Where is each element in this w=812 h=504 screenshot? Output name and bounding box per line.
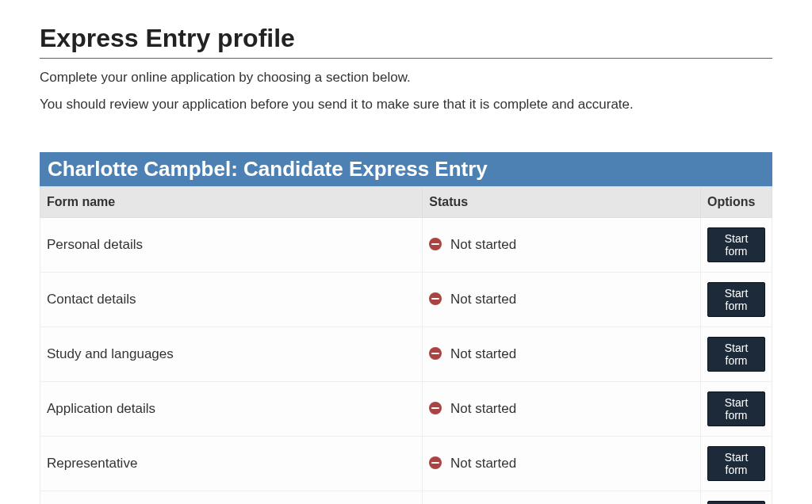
status-text: Not started [450, 237, 516, 252]
candidate-section: Charlotte Campbel: Candidate Express Ent… [40, 152, 772, 504]
table-row: Work history Not started Start form [40, 491, 772, 505]
table-row: Study and languages Not started Start fo… [40, 327, 772, 382]
col-options: Options [701, 187, 772, 218]
table-row: Application details Not started Start fo… [40, 382, 772, 437]
not-started-icon [429, 238, 442, 250]
form-name-cell: Work history [40, 491, 423, 505]
section-header: Charlotte Campbel: Candidate Express Ent… [40, 152, 772, 186]
not-started-icon [429, 347, 442, 360]
status-cell: Not started [423, 218, 701, 273]
status-text: Not started [450, 346, 516, 361]
table-row: Representative Not started Start form [40, 437, 772, 491]
page-title: Express Entry profile [40, 24, 772, 59]
status-cell: Not started [423, 382, 701, 437]
status-text: Not started [450, 401, 516, 416]
start-form-button[interactable]: Start form [707, 446, 765, 481]
start-form-button[interactable]: Start form [707, 391, 765, 426]
status-cell: Not started [423, 273, 701, 327]
form-name-cell: Study and languages [40, 327, 423, 382]
table-row: Contact details Not started Start form [40, 273, 772, 327]
start-form-button[interactable]: Start form [707, 282, 765, 317]
start-form-button[interactable]: Start form [707, 337, 765, 372]
table-row: Personal details Not started Start form [40, 218, 772, 273]
form-name-cell: Representative [40, 437, 423, 491]
not-started-icon [429, 292, 442, 305]
status-cell: Not started [423, 437, 701, 491]
status-text: Not started [450, 456, 516, 471]
col-status: Status [423, 187, 701, 218]
not-started-icon [429, 456, 442, 469]
start-form-button[interactable]: Start form [707, 227, 765, 262]
intro-line-1: Complete your online application by choo… [40, 70, 772, 86]
not-started-icon [429, 402, 442, 414]
start-form-button[interactable]: Start form [707, 501, 765, 504]
form-name-cell: Application details [40, 382, 423, 437]
forms-table: Form name Status Options Personal detail… [40, 186, 772, 504]
form-name-cell: Contact details [40, 273, 423, 327]
status-cell: Not started [423, 491, 701, 505]
intro-line-2: You should review your application befor… [40, 97, 772, 113]
col-form-name: Form name [40, 187, 423, 218]
status-text: Not started [450, 292, 516, 307]
status-cell: Not started [423, 327, 701, 382]
form-name-cell: Personal details [40, 218, 423, 273]
